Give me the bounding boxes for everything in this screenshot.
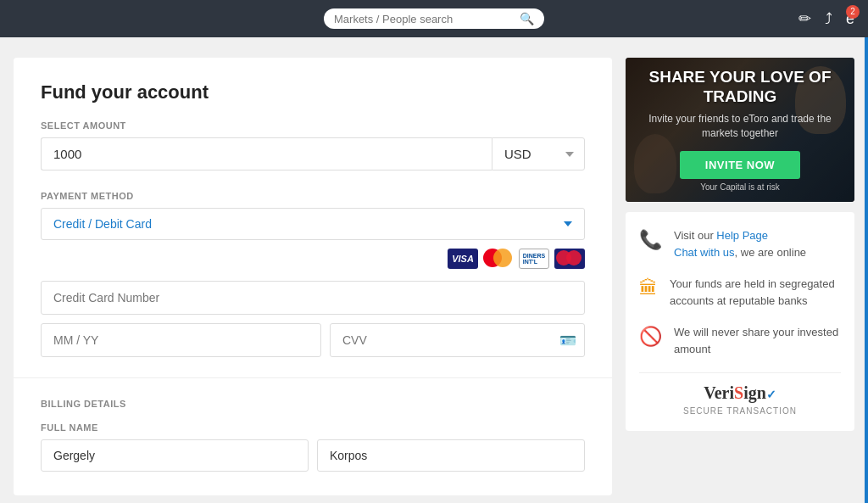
money-icon: 🚫 xyxy=(639,326,662,348)
help-page-link[interactable]: Help Page xyxy=(716,229,768,242)
privacy-info-item: 🚫 We will never share your invested amou… xyxy=(639,324,841,357)
verisign-logo: VeriSign✓ xyxy=(639,383,841,403)
privacy-text: We will never share your invested amount xyxy=(674,324,841,357)
diners-logo: DINERSINT'L xyxy=(519,249,549,269)
search-bar[interactable]: 🔍 xyxy=(324,8,544,29)
topnav-actions: ✏ ⤴ e 2 xyxy=(798,9,854,28)
search-icon: 🔍 xyxy=(520,12,534,25)
promo-title: SHARE YOUR LOVE OF TRADING xyxy=(637,68,843,107)
card-logos: VISA DINERSINT'L xyxy=(41,249,585,269)
amount-row: USD EUR GBP xyxy=(41,137,585,170)
info-card: 📞 Visit our Help Page Chat with us, we a… xyxy=(626,212,854,431)
notifications-badge[interactable]: e 2 xyxy=(846,10,854,28)
phone-icon: 📞 xyxy=(639,229,662,251)
visa-logo: VISA xyxy=(448,249,478,269)
last-name-input[interactable] xyxy=(317,439,585,472)
currency-select[interactable]: USD EUR GBP xyxy=(492,137,585,170)
funds-text: Your funds are held in segregated accoun… xyxy=(670,276,841,309)
select-amount-label: SELECT AMOUNT xyxy=(41,120,585,131)
risk-text: Your Capital is at risk xyxy=(700,182,780,192)
name-row xyxy=(41,439,585,472)
help-text: Visit our Help Page Chat with us, we are… xyxy=(674,227,806,260)
card-details-row: 🪪 xyxy=(41,323,585,357)
first-name-input[interactable] xyxy=(41,439,309,472)
promo-card: SHARE YOUR LOVE OF TRADING Invite your f… xyxy=(626,58,854,202)
expiry-input[interactable] xyxy=(41,323,321,357)
right-panel: SHARE YOUR LOVE OF TRADING Invite your f… xyxy=(626,58,854,495)
help-info-item: 📞 Visit our Help Page Chat with us, we a… xyxy=(639,227,841,260)
notification-count: 2 xyxy=(846,5,860,19)
cvv-card-icon: 🪪 xyxy=(559,333,576,349)
amount-input[interactable] xyxy=(41,137,492,170)
promo-subtitle: Invite your friends to eToro and trade t… xyxy=(637,112,843,141)
credit-card-input[interactable] xyxy=(41,281,585,315)
page-title: Fund your account xyxy=(41,81,585,103)
maestro-logo xyxy=(554,249,585,269)
invite-now-button[interactable]: INVITE NOW xyxy=(680,151,800,179)
funds-info-item: 🏛 Your funds are held in segregated acco… xyxy=(639,276,841,309)
mastercard-logo xyxy=(483,249,514,269)
cvv-input[interactable] xyxy=(330,323,585,357)
edit-icon[interactable]: ✏ xyxy=(798,9,811,28)
search-input[interactable] xyxy=(334,13,520,25)
promo-overlay: SHARE YOUR LOVE OF TRADING Invite your f… xyxy=(626,58,854,202)
verisign-section: VeriSign✓ SECURE TRANSACTION xyxy=(639,372,841,416)
scroll-indicator xyxy=(865,37,868,503)
share-icon[interactable]: ⤴ xyxy=(825,10,832,28)
billing-details-label: BILLING DETAILS xyxy=(41,399,585,409)
top-navigation: 🔍 ✏ ⤴ e 2 xyxy=(0,0,868,37)
fund-account-panel: Fund your account SELECT AMOUNT USD EUR … xyxy=(14,58,612,495)
secure-transaction-label: SECURE TRANSACTION xyxy=(639,406,841,416)
section-divider xyxy=(14,377,612,378)
payment-method-section: PAYMENT METHOD Credit / Debit Card PayPa… xyxy=(41,191,585,357)
cvv-wrap: 🪪 xyxy=(330,323,585,357)
payment-method-label: PAYMENT METHOD xyxy=(41,191,585,201)
full-name-label: FULL NAME xyxy=(41,422,585,433)
payment-method-select[interactable]: Credit / Debit Card PayPal Bank Transfer xyxy=(41,208,585,240)
bank-icon: 🏛 xyxy=(639,277,658,299)
main-content: Fund your account SELECT AMOUNT USD EUR … xyxy=(0,37,868,503)
chat-with-us-text[interactable]: Chat with us xyxy=(674,246,735,259)
